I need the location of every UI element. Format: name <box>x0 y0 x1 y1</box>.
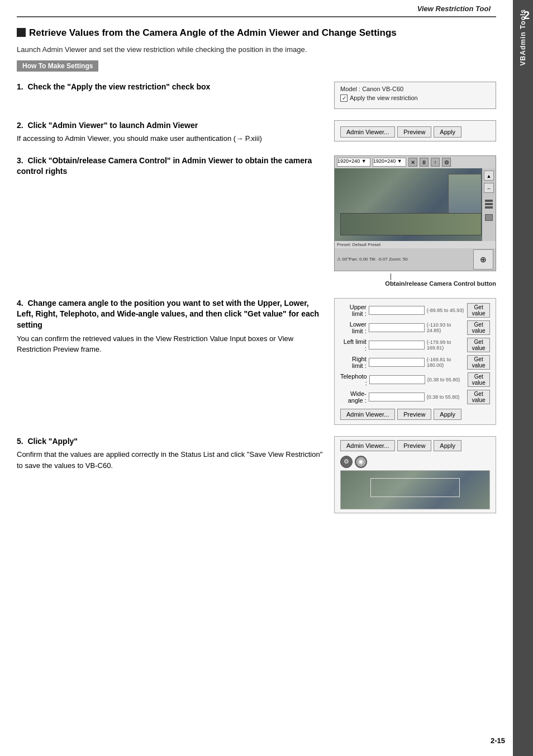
step-1-text: 1. Check the "Apply the view restriction… <box>17 82 325 95</box>
status-icon-2-symbol: ◉ <box>358 458 364 465</box>
limits-row-4: Telephoto : (0.38 to 55.80) Get value <box>340 372 490 387</box>
sidebar: 2 VBAdmin Tools <box>513 0 533 756</box>
step-4-sub: You can confirm the retrieved values in … <box>17 333 325 355</box>
cam-select-2[interactable]: 1920×240 ▼ <box>373 158 406 167</box>
preset-value: Default Preset <box>353 242 381 247</box>
step-3-text: 3. Click "Obtain/release Camera Control"… <box>17 155 325 179</box>
camera-scene-element <box>448 174 482 219</box>
step-2-sub: If accessing to Admin Viewer, you should… <box>17 133 325 144</box>
camera-main: ▲ – <box>335 168 496 241</box>
camera-image <box>335 168 496 241</box>
cam-icon-x[interactable]: ✕ <box>408 158 417 167</box>
camera-status-bar: Preset: Default Preset <box>335 241 496 248</box>
limit-label-4: Telephoto : <box>340 373 367 386</box>
ptz-cross-btn[interactable]: ⊕ <box>473 249 493 270</box>
limit-input-5[interactable] <box>369 393 425 401</box>
step-2-ui-box: Admin Viewer... Preview Apply <box>334 120 496 141</box>
limit-label-2: Left limit : <box>340 338 367 352</box>
limit-input-0[interactable] <box>369 306 425 315</box>
cam-icon-gear[interactable]: ⚙ <box>442 158 451 167</box>
apply-icons-row: ⚙ ◉ <box>340 456 490 468</box>
get-value-btn-4[interactable]: Get value <box>468 372 490 387</box>
how-to-badge: How To Make Settings <box>17 60 98 72</box>
status-icon-1: ⚙ <box>340 456 353 468</box>
apply-image-area <box>340 470 490 509</box>
get-value-btn-1[interactable]: Get value <box>467 320 490 335</box>
limit-input-3[interactable] <box>369 358 425 367</box>
cam-select-1[interactable]: 1920×240 ▼ <box>337 158 370 167</box>
step-2-buttons: Admin Viewer... Preview Apply <box>340 126 490 138</box>
obtain-label-row: Obtain/release Camera Control button <box>334 273 496 287</box>
limits-table: Upper limit : (-89.85 to 45.93) Get valu… <box>334 298 496 425</box>
step-4-text: 4. Change camera angle to the position y… <box>17 298 325 355</box>
limit-range-3: (-169.81 to 180.00) <box>427 357 465 368</box>
cam-icon-up[interactable]: ↑ <box>431 158 440 167</box>
get-value-btn-0[interactable]: Get value <box>467 303 490 318</box>
preset-label: Preset: <box>337 242 351 247</box>
checkbox-row: ✓ Apply the view restriction <box>340 94 490 102</box>
limits-row-1: Lower limit : (-110.93 to 24.85) Get val… <box>340 320 490 335</box>
step-4-row: 4. Change camera angle to the position y… <box>17 298 496 425</box>
limits-row-2: Left limit : (-179.99 to 169.81) Get val… <box>340 338 490 352</box>
main-content: View Restriction Tool Retrieve Values fr… <box>0 0 513 541</box>
header-bar: View Restriction Tool <box>17 0 496 17</box>
step-5-title: 5. Click "Apply" <box>17 436 325 447</box>
limit-label-0: Upper limit : <box>340 304 367 317</box>
title-square-icon <box>17 28 26 37</box>
step-2-title: 2. Click "Admin Viewer" to launch Admin … <box>17 120 325 131</box>
obtain-label-text: Obtain/release Camera Control button <box>385 280 496 287</box>
cam-icon-pause[interactable]: ⏸ <box>420 158 429 167</box>
limit-input-1[interactable] <box>369 323 425 332</box>
status-icon-1-symbol: ⚙ <box>344 458 349 465</box>
get-value-btn-2[interactable]: Get value <box>467 338 490 352</box>
apply-button-2[interactable]: Apply <box>434 409 461 420</box>
apply-checkbox[interactable]: ✓ <box>340 94 348 102</box>
step-4-buttons: Admin Viewer... Preview Apply <box>340 409 490 420</box>
admin-viewer-button-3[interactable]: Admin Viewer... <box>340 440 395 451</box>
sidebar-label: VBAdmin Tools <box>515 0 531 74</box>
limits-row-0: Upper limit : (-89.85 to 45.93) Get valu… <box>340 303 490 318</box>
cam-btn-mid[interactable]: – <box>484 183 494 193</box>
apply-box: Admin Viewer... Preview Apply ⚙ ◉ <box>334 436 496 513</box>
step-1-row: 1. Check the "Apply the view restriction… <box>17 82 496 109</box>
cam-right-controls: ▲ – <box>482 168 496 241</box>
step-5-row: 5. Click "Apply" Confirm that the values… <box>17 436 496 513</box>
camera-toolbar: 1920×240 ▼ 1920×240 ▼ ✕ ⏸ ↑ ⚙ <box>335 156 496 168</box>
apply-button-3[interactable]: Apply <box>434 440 461 451</box>
step-1-image: Model : Canon VB-C60 ✓ Apply the view re… <box>334 82 496 109</box>
header-title: View Restriction Tool <box>417 4 491 13</box>
checkbox-label: Apply the view restriction <box>350 94 418 101</box>
obtain-label-line <box>391 273 391 280</box>
limit-input-4[interactable] <box>369 375 425 384</box>
get-value-btn-3[interactable]: Get value <box>467 355 490 370</box>
cam-btn-up[interactable]: ▲ <box>484 171 494 181</box>
limit-range-0: (-89.85 to 45.93) <box>427 308 465 313</box>
preview-button-2[interactable]: Preview <box>397 409 431 420</box>
step-5-text: 5. Click "Apply" Confirm that the values… <box>17 436 325 471</box>
preview-button-3[interactable]: Preview <box>397 440 431 451</box>
step-3-top: 3. Click "Obtain/release Camera Control"… <box>17 155 496 287</box>
limit-range-2: (-179.99 to 169.81) <box>427 339 465 351</box>
camera-viewer: 1920×240 ▼ 1920×240 ▼ ✕ ⏸ ↑ ⚙ <box>334 155 496 271</box>
step-5-image: Admin Viewer... Preview Apply ⚙ ◉ <box>334 436 496 513</box>
apply-button-1[interactable]: Apply <box>434 126 461 138</box>
limit-input-2[interactable] <box>369 341 425 349</box>
cam-indicator-1 <box>485 200 493 202</box>
step-1-title: 1. Check the "Apply the view restriction… <box>17 82 325 93</box>
cam-indicator-box <box>485 214 493 221</box>
limit-label-5: Wide-angle : <box>340 390 367 404</box>
get-value-btn-5[interactable]: Get value <box>467 390 490 404</box>
step-2-text: 2. Click "Admin Viewer" to launch Admin … <box>17 120 325 144</box>
limits-row-5: Wide-angle : (0.38 to 55.80) Get value <box>340 390 490 404</box>
ptz-coords: ⚠ 00°Pan: 0.00 Tilt: -0.07 Zoom: 50 <box>337 257 408 262</box>
admin-viewer-button-2[interactable]: Admin Viewer... <box>340 409 395 420</box>
step-3-container: 3. Click "Obtain/release Camera Control"… <box>17 155 496 287</box>
limit-range-1: (-110.93 to 24.85) <box>427 322 465 333</box>
apply-top-buttons: Admin Viewer... Preview Apply <box>340 440 490 451</box>
step-4-image: Upper limit : (-89.85 to 45.93) Get valu… <box>334 298 496 425</box>
cam-indicator-3 <box>485 206 493 209</box>
section-title-text: Retrieve Values from the Camera Angle of… <box>29 26 397 40</box>
preview-button-1[interactable]: Preview <box>397 126 431 138</box>
admin-viewer-button-1[interactable]: Admin Viewer... <box>340 126 395 138</box>
camera-scene-floor <box>340 213 482 235</box>
